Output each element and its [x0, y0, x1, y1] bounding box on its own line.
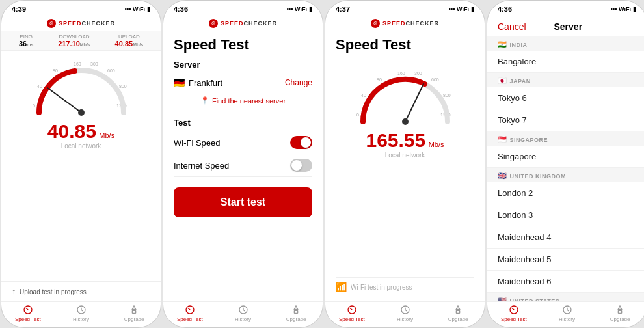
cancel-button[interactable]: Cancel — [498, 21, 526, 32]
server-bangalore[interactable]: Bangalore — [487, 51, 644, 73]
signal-icon: ▪▪▪ — [125, 6, 131, 12]
phone-2: 4:36 ▪▪▪ WiFi ▮ ◎ SPEEDCHECKER Speed Tes… — [163, 0, 323, 328]
svg-rect-28 — [457, 310, 460, 313]
stat-download: Download 217.10Mb/s — [58, 34, 90, 48]
server-flag: 🇩🇪 — [174, 77, 185, 88]
nav-upgrade-label-1: Upgrade — [124, 316, 144, 322]
internet-speed-toggle[interactable] — [290, 159, 312, 172]
svg-text:0: 0 — [356, 113, 359, 117]
svg-text:160: 160 — [397, 71, 405, 75]
country-singapore: 🇸🇬 SINGAPORE Singapore — [487, 131, 644, 168]
upload-progress-text: Upload test in progress — [20, 288, 87, 295]
speed-unit-1: Mb/s — [99, 131, 114, 139]
speed-unit-3: Mb/s — [429, 141, 444, 148]
status-bar-3: 4:37 ▪▪▪ WiFi ▮ — [325, 1, 485, 15]
nav-upgrade-3[interactable]: Upgrade — [431, 305, 485, 322]
server-singapore[interactable]: Singapore — [487, 146, 644, 168]
nearest-server-btn[interactable]: 📍 Find the nearest server — [174, 92, 312, 109]
ping-label: PING — [19, 34, 33, 40]
upgrade-icon-1 — [129, 305, 139, 315]
svg-point-9 — [78, 109, 85, 116]
stat-ping: PING 36ms — [19, 34, 33, 48]
svg-text:0: 0 — [33, 103, 35, 108]
server-maidenhead5[interactable]: Maidenhead 5 — [487, 249, 644, 271]
sc-logo-icon-2: ◎ — [209, 19, 218, 28]
country-header-uk: 🇬🇧 UNITED KINGDOM — [487, 168, 644, 182]
server-tokyo7[interactable]: Tokyo 7 — [487, 109, 644, 131]
nav-history-3[interactable]: History — [379, 305, 432, 322]
svg-rect-31 — [619, 310, 622, 313]
nav-speedtest-3[interactable]: Speed Test — [325, 305, 379, 322]
history-icon-1 — [76, 305, 87, 315]
phone-1: 4:39 ▪▪▪ WiFi ▮ ◎ SPEEDCHECKER PING 36ms… — [1, 0, 161, 328]
speed-reading-3: 165.55 Mb/s — [366, 131, 444, 150]
wifi-icon-4: WiFi — [619, 6, 631, 12]
nav-speedtest-2[interactable]: Speed Test — [163, 305, 217, 322]
nav-history-label-2: History — [235, 316, 251, 322]
server-london3[interactable]: London 3 — [487, 204, 644, 226]
sc-header-1: ◎ SPEEDCHECKER — [1, 15, 161, 31]
history-icon-3 — [400, 305, 410, 315]
server-tokyo6[interactable]: Tokyo 6 — [487, 87, 644, 109]
change-server-btn[interactable]: Change — [285, 78, 312, 87]
nav-upgrade-label-4: Upgrade — [610, 316, 630, 322]
country-header-japan: 🇯🇵 JAPAN — [487, 73, 644, 87]
nav-speedtest-1[interactable]: Speed Test — [1, 305, 55, 322]
svg-line-8 — [47, 88, 81, 113]
svg-rect-15 — [295, 310, 298, 313]
upload-arrow-icon: ↑ — [12, 287, 16, 296]
speed-test-title-2: Speed Test — [174, 36, 312, 53]
nav-upgrade-2[interactable]: Upgrade — [269, 305, 323, 322]
time-2: 4:36 — [174, 5, 188, 13]
nav-upgrade-1[interactable]: Upgrade — [107, 305, 161, 322]
nav-upgrade-4[interactable]: Upgrade — [593, 305, 644, 322]
nav-upgrade-label-3: Upgrade — [448, 316, 468, 322]
country-japan: 🇯🇵 JAPAN Tokyo 6 Tokyo 7 — [487, 73, 644, 131]
bottom-nav-1: Speed Test History Upgrade — [1, 301, 161, 327]
nav-history-4[interactable]: History — [541, 305, 594, 322]
server-maidenhead6[interactable]: Maidenhead 6 — [487, 271, 644, 293]
sc-header-2: ◎ SPEEDCHECKER — [163, 15, 323, 31]
signal-icon-4: ▪▪▪ — [611, 6, 617, 12]
server-london2[interactable]: London 2 — [487, 182, 644, 204]
upgrade-icon-4 — [615, 305, 625, 315]
wifi-icon-2: WiFi — [295, 6, 307, 12]
location-icon: 📍 — [200, 96, 209, 105]
internet-speed-toggle-row: Internet Speed — [174, 154, 312, 177]
bottom-nav-2: Speed Test History Upgrade — [163, 301, 323, 327]
svg-rect-12 — [133, 310, 136, 313]
status-icons-4: ▪▪▪ WiFi ▮ — [611, 6, 637, 12]
server-row: 🇩🇪 Frankfurt Change — [174, 74, 312, 92]
sc-logo-text: SPEEDCHECKER — [59, 20, 115, 27]
sc-header-3: ◎ SPEEDCHECKER — [325, 15, 485, 31]
gauge-area-1: 0 40 80 160 300 600 800 1200 — [1, 51, 161, 281]
phone1-content: PING 36ms Download 217.10Mb/s Upload 40.… — [1, 31, 161, 301]
server-name: Frankfurt — [189, 78, 281, 88]
test-label: Test — [174, 118, 312, 128]
server-section: Server 🇩🇪 Frankfurt Change 📍 Find the ne… — [174, 60, 312, 109]
nav-speedtest-4[interactable]: Speed Test — [487, 305, 541, 322]
wifi-speed-toggle-row: Wi-Fi Speed — [174, 131, 312, 154]
svg-text:600: 600 — [431, 77, 439, 82]
status-icons-2: ▪▪▪ WiFi ▮ — [287, 6, 313, 12]
wifi-speed-toggle[interactable] — [290, 136, 312, 149]
singapore-label: SINGAPORE — [510, 137, 548, 143]
wifi-progress-text: Wi-Fi test in progress — [351, 284, 412, 291]
uk-label: UNITED KINGDOM — [510, 173, 567, 180]
server-list-title: Server — [554, 21, 583, 32]
nav-history-label-3: History — [397, 316, 413, 322]
nav-history-1[interactable]: History — [55, 305, 108, 322]
phone2-content: Speed Test Server 🇩🇪 Frankfurt Change 📍 … — [163, 31, 323, 301]
speed-value-3: 165.55 — [366, 130, 425, 151]
start-test-button[interactable]: Start test — [174, 187, 312, 217]
upload-progress: ↑ Upload test in progress — [1, 281, 161, 301]
speed-value-1: 40.85 — [47, 120, 96, 142]
nav-history-2[interactable]: History — [217, 305, 270, 322]
country-uk: 🇬🇧 UNITED KINGDOM London 2 London 3 Maid… — [487, 168, 644, 293]
server-maidenhead4[interactable]: Maidenhead 4 — [487, 226, 644, 249]
status-icons-1: ▪▪▪ WiFi ▮ — [125, 6, 151, 12]
wifi-progress-icon: 📶 — [336, 282, 347, 292]
phone-3: 4:37 ▪▪▪ WiFi ▮ ◎ SPEEDCHECKER Speed Tes… — [325, 0, 485, 328]
sc-logo-text-3: SPEEDCHECKER — [382, 20, 439, 27]
svg-text:600: 600 — [107, 68, 115, 73]
